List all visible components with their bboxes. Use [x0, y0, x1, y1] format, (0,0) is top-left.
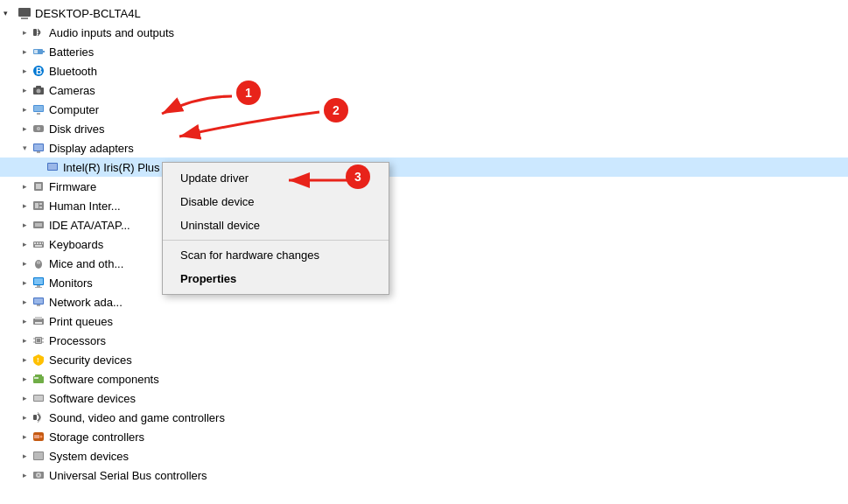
tree-item-disk[interactable]: Disk drives [0, 119, 848, 138]
computer-icon [32, 102, 46, 116]
computer-label: Computer [49, 103, 99, 116]
monitors-label: Monitors [49, 276, 93, 290]
tree-item-network[interactable]: Network ada... [0, 292, 848, 312]
tree-item-processors[interactable]: Processors [0, 331, 848, 350]
tree-item-audio[interactable]: Audio inputs and outputs [0, 23, 848, 42]
firmware-chevron [18, 179, 32, 193]
tree-item-print[interactable]: Print queues [0, 312, 848, 331]
tree-item-usb[interactable]: Universal Serial Bus controllers [0, 466, 848, 485]
badge-3: 3 [346, 164, 370, 189]
mice-icon [32, 256, 46, 270]
svg-rect-47 [35, 317, 42, 319]
print-chevron [18, 314, 32, 328]
svg-rect-31 [34, 242, 36, 244]
tree-item-firmware[interactable]: Firmware [0, 177, 848, 196]
arrow-2 [162, 103, 337, 147]
svg-rect-10 [36, 86, 41, 88]
svg-rect-32 [37, 242, 39, 244]
svg-rect-19 [37, 151, 40, 153]
svg-rect-13 [34, 106, 43, 111]
network-label: Network ada... [49, 296, 123, 309]
svg-rect-67 [34, 452, 43, 459]
svg-rect-61 [34, 396, 43, 401]
network-chevron [18, 295, 32, 309]
storage-icon [32, 430, 46, 444]
root-label: DESKTOP-BCLTA4L [35, 7, 141, 20]
svg-rect-35 [35, 245, 42, 247]
system-label: System devices [49, 450, 129, 463]
print-icon [32, 314, 46, 328]
svg-rect-2 [33, 29, 37, 36]
tree-item-display[interactable]: Display adapters [0, 138, 848, 158]
storage-label: Storage controllers [49, 430, 144, 444]
tree-item-human[interactable]: Human Inter... [0, 196, 848, 215]
svg-rect-44 [34, 298, 43, 304]
intel-icon [46, 160, 60, 174]
svg-rect-51 [37, 339, 40, 342]
audio-chevron [18, 25, 32, 39]
software-comp-chevron [18, 372, 32, 386]
svg-text:!: ! [37, 356, 39, 364]
svg-point-70 [38, 474, 39, 476]
tree-container: DESKTOP-BCLTA4L Audio inputs and outputs… [0, 0, 848, 488]
svg-rect-33 [39, 242, 41, 244]
tree-item-monitors[interactable]: Monitors [0, 273, 848, 292]
bluetooth-chevron [18, 64, 32, 78]
sound-icon [32, 410, 46, 424]
svg-rect-34 [42, 242, 43, 244]
tree-item-batteries[interactable]: Batteries [0, 42, 848, 61]
processors-chevron [18, 333, 32, 347]
sound-chevron [18, 410, 32, 424]
svg-rect-45 [37, 304, 40, 306]
root-chevron [4, 9, 18, 18]
svg-rect-40 [34, 278, 43, 284]
human-icon [32, 199, 46, 213]
security-label: Security devices [49, 354, 132, 367]
disk-chevron [18, 122, 32, 136]
audio-label: Audio inputs and outputs [49, 26, 174, 39]
tree-item-mice[interactable]: Mice and oth... [0, 254, 848, 273]
tree-item-security[interactable]: ! Security devices [0, 350, 848, 369]
display-icon [32, 141, 46, 155]
usb-icon [32, 468, 46, 482]
bluetooth-icon: B [32, 64, 46, 78]
tree-item-ide[interactable]: IDE ATA/ATAP... [0, 215, 848, 234]
software-comp-label: Software components [49, 373, 159, 386]
tree-item-keyboards[interactable]: Keyboards [0, 234, 848, 254]
tree-item-cameras[interactable]: Cameras [0, 80, 848, 100]
cameras-chevron [18, 83, 32, 97]
svg-rect-12 [37, 113, 40, 115]
monitors-chevron [18, 276, 32, 290]
tree-item-storage[interactable]: Storage controllers [0, 427, 848, 446]
tree-item-software-dev[interactable]: Software devices [0, 388, 848, 408]
storage-chevron [18, 430, 32, 444]
tree-item-intel[interactable]: Intel(R) Iris(R) Plus Graphics ... [0, 158, 848, 177]
badge-1: 1 [236, 80, 261, 105]
cameras-label: Cameras [49, 84, 95, 97]
tree-root[interactable]: DESKTOP-BCLTA4L [0, 4, 848, 23]
svg-rect-29 [35, 223, 42, 227]
software-comp-icon [32, 372, 46, 386]
tree-item-software-comp[interactable]: Software components [0, 369, 848, 388]
software-dev-chevron [18, 391, 32, 405]
svg-rect-26 [39, 203, 42, 205]
svg-rect-0 [18, 8, 31, 17]
svg-rect-21 [48, 164, 57, 170]
svg-point-9 [37, 89, 41, 94]
system-chevron [18, 449, 32, 463]
tree-item-bluetooth[interactable]: B Bluetooth [0, 61, 848, 80]
root-icon [18, 6, 32, 20]
audio-icon [32, 25, 46, 39]
svg-point-16 [38, 128, 39, 130]
batteries-chevron [18, 45, 32, 59]
context-menu-uninstall-device[interactable]: Uninstall device [163, 214, 389, 237]
svg-text:B: B [36, 66, 42, 76]
context-menu-scan-hardware[interactable]: Scan for hardware changes [163, 243, 389, 267]
tree-item-sound[interactable]: Sound, video and game controllers [0, 408, 848, 427]
sound-label: Sound, video and game controllers [49, 411, 225, 424]
tree-item-system[interactable]: System devices [0, 446, 848, 466]
processors-icon [32, 333, 46, 347]
context-menu-properties[interactable]: Properties [163, 267, 389, 290]
processors-label: Processors [49, 334, 106, 347]
tree-item-computer[interactable]: Computer [0, 100, 848, 119]
